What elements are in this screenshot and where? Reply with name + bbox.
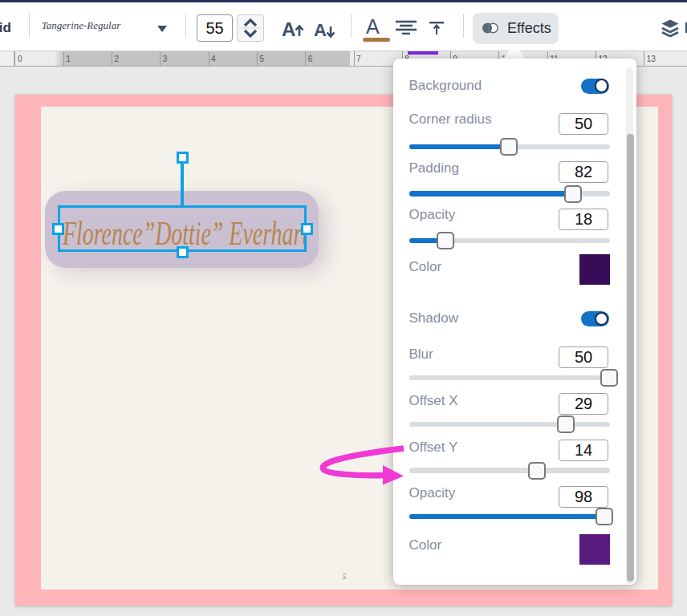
svg-text:A: A [314,20,327,39]
svg-text:A: A [282,20,295,39]
